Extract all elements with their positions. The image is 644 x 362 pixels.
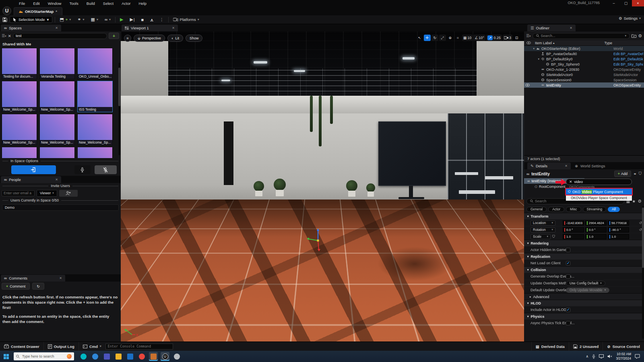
view-mode-dropdown[interactable]: ◐Lit	[167, 35, 183, 42]
outliner-row-bp-sky-sphere0[interactable]: BP_Sky_Sphere0Edit BP_Sky_Sphe	[524, 62, 644, 67]
tab-viewport[interactable]: Viewport 1 ✕	[122, 25, 178, 31]
maximize-button[interactable]: ▢	[620, 0, 632, 6]
outliner-row-testentity[interactable]: ∞testEntityOKOSpaceEntity	[524, 82, 644, 88]
perspective-dropdown[interactable]: ⬙Perspective	[134, 35, 165, 42]
section-transform[interactable]: ▾Transform	[524, 213, 644, 219]
scale-tool[interactable]: ⤢	[439, 35, 446, 41]
source-control-button[interactable]: ⊘Source Control	[603, 342, 644, 351]
user-list-item[interactable]: Demo	[2, 204, 119, 211]
filter-chip-all[interactable]: All	[608, 207, 619, 212]
section-hlod[interactable]: ▾HLOD	[524, 300, 644, 306]
close-details-tab-icon[interactable]: ✕	[565, 164, 568, 168]
invite-user-button[interactable]	[59, 190, 78, 197]
enter-space-button[interactable]	[11, 165, 56, 174]
tray-microphone-icon[interactable]	[592, 354, 595, 359]
tray-volume-muted-icon[interactable]	[607, 354, 612, 358]
unsaved-button[interactable]: 2 Unsaved	[569, 342, 603, 351]
close-outliner-tab-icon[interactable]: ✕	[570, 26, 572, 30]
eject-button[interactable]: ▲	[148, 17, 155, 22]
checkbox[interactable]: ✓	[566, 308, 570, 312]
location-x-field[interactable]: -1142.8303	[563, 220, 584, 226]
outliner-row-oko-actor-1-20930[interactable]: ∞OKO-Actor_1-20930OKOSpaceEntity	[524, 67, 644, 72]
notifications-icon[interactable]	[635, 354, 640, 359]
checkbox[interactable]: ✓	[566, 261, 570, 265]
viewport-3d-scene[interactable]: X ≡ ⬙Perspective ◐Lit Show ↖ ✛ ↻ ⤢ ⊕ ⌗ ▦…	[121, 31, 524, 341]
outliner-filter-icon[interactable]: ☰▾	[526, 34, 531, 38]
surface-snap-toggle[interactable]: ⌗	[454, 35, 461, 41]
outliner-row-bp-avatardefault0[interactable]: BP_AvatarDefault0Edit BP_AvatarDef	[524, 51, 644, 56]
expander-icon[interactable]: ▾	[530, 58, 539, 61]
location-y-field[interactable]: 2904.4624	[585, 220, 607, 226]
space-thumbnail[interactable]: New_Welcome_Sp...	[39, 114, 75, 145]
tab-details[interactable]: ✎Details ✕	[527, 162, 571, 169]
space-thumbnail[interactable]: New_Welcome_Sp...	[39, 81, 75, 112]
location-z-field[interactable]: 56.770618	[608, 220, 629, 226]
details-scrollbar[interactable]	[642, 206, 644, 339]
menu-tools[interactable]: Tools	[66, 1, 82, 6]
camera-speed-control[interactable]: 3	[503, 35, 512, 41]
taskbar-search-box[interactable]: Type here to search	[14, 352, 74, 360]
microphone-on-button[interactable]	[74, 165, 91, 174]
favorites-icon[interactable]: ★	[632, 199, 636, 204]
outliner-search-input[interactable]: Search... ▾	[533, 33, 630, 39]
microphone-muted-button[interactable]	[95, 165, 117, 174]
scale-dropdown[interactable]: Scale▾	[530, 234, 551, 239]
dropdown[interactable]: Use Config Default▾	[566, 281, 605, 286]
menu-file[interactable]: File	[15, 1, 29, 6]
outliner-row-okostartermap-editor-[interactable]: ▾OKOStarterMap (Editor)World	[524, 46, 644, 51]
selection-mode-dropdown[interactable]: Selection Mode ▾	[10, 16, 52, 23]
play-options-button[interactable]: ⋮	[158, 16, 166, 23]
taskbar-icon-chrome-browser[interactable]	[137, 352, 146, 361]
blueprints-button[interactable]: ⚭▾	[75, 16, 86, 23]
space-thumbnail[interactable]: Veranda Testing	[39, 48, 75, 79]
tab-comments[interactable]: ∞Comments ✕	[1, 275, 65, 282]
filter-chip-misc[interactable]: Misc	[566, 207, 581, 212]
output-log-button[interactable]: Output Log	[44, 342, 79, 351]
grid-snap-toggle[interactable]: ▦10	[462, 35, 473, 41]
scale-z-field[interactable]: 1.0	[608, 234, 629, 239]
outliner-row-spacesession0[interactable]: SpaceSession0SpaceSession	[524, 77, 644, 82]
section-advanced[interactable]: ▸Advanced	[524, 293, 644, 300]
derived-data-button[interactable]: ▤Derived Data	[531, 342, 569, 351]
outliner-row-bp-defaultsky0[interactable]: ▾BP_DefaultSky0Edit BP_DefaultSky	[524, 56, 644, 62]
rotation-x-field[interactable]: 0.0 °	[563, 227, 584, 232]
space-thumbnail[interactable]: OKO_Unreal_Onbo...	[77, 48, 113, 79]
content-drawer-button[interactable]: Content Drawer	[0, 342, 44, 351]
filter-chip-streaming[interactable]: Streaming	[583, 207, 607, 212]
menu-window[interactable]: Window	[44, 1, 65, 6]
actor-type-link[interactable]: Edit BP_AvatarDef	[613, 52, 643, 56]
expander-icon[interactable]: ▾	[530, 47, 535, 50]
space-thumbnail[interactable]: New_Welcome_Sp...	[2, 114, 37, 145]
tray-chevron-icon[interactable]: ∧	[586, 354, 589, 358]
taskbar-icon-unreal-editor[interactable]: U	[161, 352, 169, 361]
level-tab[interactable]: OKOStarterMap*	[14, 7, 62, 15]
taskbar-icon-outlook[interactable]	[126, 352, 134, 361]
add-component-button[interactable]: +Add	[614, 171, 631, 177]
menu-actor[interactable]: Actor	[118, 1, 134, 6]
space-thumbnail[interactable]: ISS Testing	[77, 81, 113, 112]
section-replication[interactable]: ▾Replication	[524, 253, 644, 259]
oko-menu-button[interactable]: ∞▾	[103, 16, 113, 23]
actor-type-link[interactable]: Edit BP_DefaultSky	[613, 57, 643, 61]
rotation-snap-toggle[interactable]: ∠10°	[473, 35, 485, 41]
scale-y-field[interactable]: 1.0	[585, 234, 607, 239]
menu-select[interactable]: Select	[99, 1, 117, 6]
move-tool[interactable]: ✛	[424, 35, 431, 41]
visibility-eye-icon[interactable]	[524, 84, 530, 86]
save-icon[interactable]	[2, 17, 7, 22]
outliner-settings-icon[interactable]: ⚙	[638, 33, 642, 39]
console-command-input[interactable]	[105, 343, 173, 350]
type-column-header[interactable]: Type	[605, 41, 613, 45]
menu-help[interactable]: Help	[135, 1, 150, 6]
taskbar-icon-settings-app[interactable]	[172, 352, 181, 361]
close-people-tab-icon[interactable]: ✕	[55, 178, 58, 181]
select-tool[interactable]: ↖	[416, 35, 423, 41]
space-thumbnail[interactable]: New_Welcome_Sp...	[77, 114, 113, 145]
rotation-dropdown[interactable]: Rotation▾	[530, 227, 555, 232]
location-dropdown[interactable]: Location▾	[530, 220, 555, 226]
checkbox[interactable]	[566, 248, 570, 252]
spaces-search-input[interactable]	[13, 33, 107, 39]
section-physics[interactable]: ▾Physics	[524, 313, 644, 319]
space-thumbnail[interactable]: New_Welcome_Sp...	[2, 81, 37, 112]
taskbar-icon-edge-browser[interactable]	[91, 352, 99, 361]
